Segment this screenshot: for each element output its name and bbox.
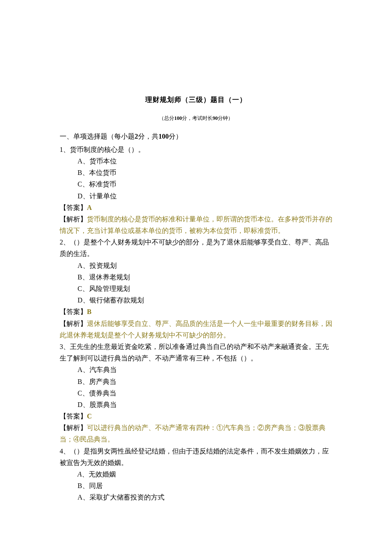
option: D、股票典当 [60, 399, 332, 410]
question-number: 4 [60, 447, 63, 455]
section-heading: 一、单项选择题（每小题2分，共100分） [60, 131, 332, 142]
option: C、标准货币 [60, 178, 332, 190]
option: A、采取扩大储蓄投资的方式 [60, 491, 332, 503]
explain-label: 【解析】 [60, 320, 87, 327]
answer-label: 【答案】 [60, 204, 87, 211]
answer-label: 【答案】 [60, 308, 87, 315]
question-number: 1 [60, 146, 63, 153]
document-page: 理财规划师（三级）题目（一） （总分100分，考试时长90分钟） 一、单项选择题… [0, 0, 392, 546]
total-score: 100 [174, 115, 182, 121]
question-stem: 1、货币制度的核心是（）。 [60, 144, 332, 155]
section-mid: 分，共 [138, 133, 159, 140]
section-label: 一、单项选择题（每小题 [60, 133, 135, 140]
question-number: 2 [60, 238, 63, 246]
exam-title: 理财规划师（三级）题目（一） [60, 94, 332, 105]
option: D、计量单位 [60, 190, 332, 202]
option: A、货币本位 [60, 155, 332, 167]
option: A、汽车典当 [60, 364, 332, 375]
question-stem: 3、王先生的生意最近资金吃紧，所以准备通过典当自己的动产和不动产来融通资金。王先… [60, 341, 332, 364]
per-score: 2 [135, 133, 138, 140]
option: B、退休养老规划 [60, 271, 332, 283]
question-stem: 4、（）是指男女两性虽经登记结婚，但由于违反结婚的法定条件，而不发生婚姻效力，应… [60, 445, 332, 468]
answer-value: B [87, 308, 92, 315]
explain-body: 货币制度的核心是货币的标准和计量单位，即所谓的货币本位。在多种货币并存的情况下，… [60, 215, 332, 234]
question-text: 、（）是指男女两性虽经登记结婚，但由于违反结婚的法定条件，而不发生婚姻效力，应被… [60, 447, 329, 466]
question-stem: 2、（）是整个个人财务规划中不可缺少的部分，是为了退休后能够享受自立、尊严、高品… [60, 236, 332, 259]
section-suffix: 分） [169, 133, 182, 140]
subnote-suffix: 分钟） [218, 115, 233, 121]
option-text: 、无效婚姻 [82, 471, 116, 478]
exam-subnote: （总分100分，考试时长90分钟） [60, 114, 332, 122]
answer-value: C [87, 413, 92, 420]
subnote-prefix: （总分 [159, 115, 174, 121]
answer-value: A [87, 204, 92, 211]
option: B、房产典当 [60, 376, 332, 387]
explain-body: 退休后能够享受自立、尊严、高品质的生活是一个人一生中最重要的财务目标，因此退休养… [60, 320, 332, 339]
question-text: 、王先生的生意最近资金吃紧，所以准备通过典当自己的动产和不动产来融通资金。王先生… [60, 343, 329, 362]
option: A、投资规划 [60, 260, 332, 271]
answer-line: 【答案】A [60, 202, 332, 213]
sum-score: 100 [159, 133, 169, 140]
option: A、无效婚姻 [60, 468, 332, 480]
explain-body: 可以进行典当的动产、不动产通常有四种：①汽车典当；②房产典当；③股票典当；④民品… [60, 424, 326, 443]
option: C、债券典当 [60, 387, 332, 399]
question-number: 3 [60, 343, 63, 350]
explanation: 【解析】可以进行典当的动产、不动产通常有四种：①汽车典当；②房产典当；③股票典当… [60, 422, 332, 445]
duration: 90 [213, 115, 218, 121]
answer-line: 【答案】B [60, 306, 332, 317]
option: C、风险管理规划 [60, 283, 332, 294]
explanation: 【解析】货币制度的核心是货币的标准和计量单位，即所谓的货币本位。在多种货币并存的… [60, 213, 332, 236]
answer-line: 【答案】C [60, 410, 332, 422]
answer-label: 【答案】 [60, 413, 87, 420]
question-text: 、货币制度的核心是（）。 [63, 146, 145, 153]
explain-label: 【解析】 [60, 215, 87, 223]
option: D、银行储蓄存款规划 [60, 294, 332, 306]
explain-label: 【解析】 [60, 424, 87, 431]
option-letter-italic: A [78, 471, 82, 478]
option: B、本位货币 [60, 167, 332, 178]
question-text: 、（）是整个个人财务规划中不可缺少的部分，是为了退休后能够享受自立、尊严、高品质… [60, 238, 329, 257]
explanation: 【解析】退休后能够享受自立、尊严、高品质的生活是一个人一生中最重要的财务目标，因… [60, 318, 332, 341]
subnote-mid1: 分，考试时长 [182, 115, 213, 121]
option: B、同居 [60, 480, 332, 491]
